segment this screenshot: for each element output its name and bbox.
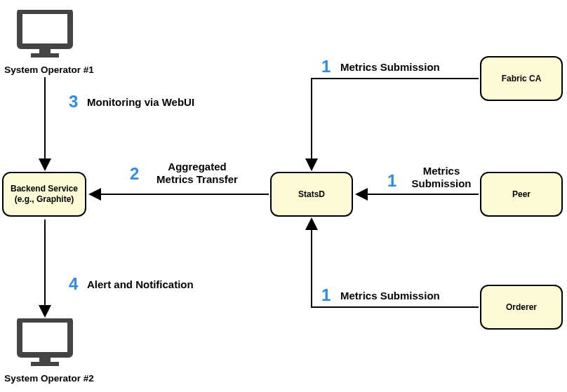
svg-rect-1 [39, 48, 51, 53]
step-4-label: Alert and Notification [87, 278, 194, 291]
node-orderer: Orderer [480, 285, 563, 330]
step-1b-number: 1 [387, 171, 396, 191]
step-1c-number: 1 [321, 285, 330, 305]
node-backend-service: Backend Service(e.g., Graphite) [2, 172, 86, 217]
step-2-number: 2 [130, 164, 138, 184]
node-peer-label: Peer [512, 189, 531, 200]
operator-1-caption: System Operator #1 [0, 65, 98, 75]
step-3-label: Monitoring via WebUI [87, 96, 194, 109]
operator-2-caption: System Operator #2 [0, 373, 98, 384]
node-backend-label: Backend Service(e.g., Graphite) [11, 184, 78, 205]
step-3-number: 3 [69, 92, 77, 111]
node-statsd: StatsD [270, 172, 353, 217]
node-fabric-ca: Fabric CA [480, 56, 563, 101]
node-fabricca-label: Fabric CA [502, 74, 542, 84]
svg-rect-5 [31, 362, 59, 366]
monitor-icon-operator-2 [17, 318, 73, 369]
svg-rect-2 [31, 53, 59, 58]
step-4-number: 4 [69, 274, 77, 294]
step-1b-label: MetricsSubmission [403, 165, 480, 190]
step-2-label: AggregatedMetrics Transfer [148, 161, 246, 186]
node-peer: Peer [480, 172, 563, 217]
step-1c-label: Metrics Submission [340, 290, 440, 302]
node-statsd-label: StatsD [298, 189, 325, 200]
svg-rect-0 [20, 11, 70, 46]
step-1a-number: 1 [321, 57, 330, 76]
node-orderer-label: Orderer [506, 302, 537, 313]
svg-rect-3 [20, 320, 70, 355]
step-1a-label: Metrics Submission [340, 61, 440, 74]
svg-rect-4 [39, 356, 51, 362]
monitor-icon-operator-1 [17, 10, 73, 60]
